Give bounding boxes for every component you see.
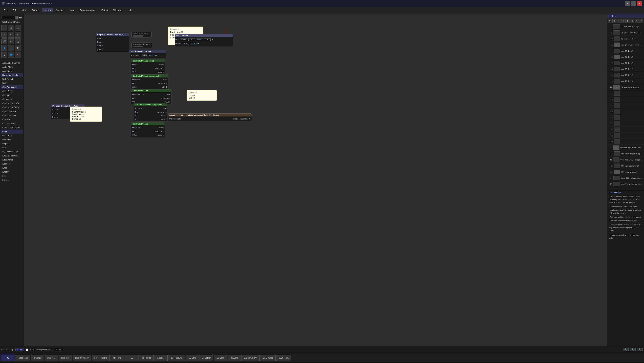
effect-desaturate[interactable]: Desaturate — [1, 134, 23, 138]
np4-list-item[interactable]: 11 ▣ Q4 A prussian druggist, oy.mp4 — [607, 84, 644, 90]
icon-triangle[interactable]: △ — [15, 25, 21, 31]
set-global-script-node[interactable]: Set Global Values script script name 1 v… — [131, 59, 165, 74]
np4s-close-btn[interactable]: ✕ — [608, 19, 612, 23]
effect-buffer[interactable]: Buffer — [1, 81, 23, 85]
scene-tab[interactable]: 09 Anna — [228, 354, 241, 361]
np4-list-item[interactable]: 12 — [607, 90, 644, 96]
projector-node-1[interactable]: Projector Controls User Actor trig in tr… — [96, 33, 129, 52]
scene-tab[interactable]: 04 - naked — [139, 354, 154, 361]
np4-list-item[interactable]: 25 ▣ 006_intro_end.mp4 — [607, 169, 644, 175]
effect-chopper[interactable]: Chopper — [1, 93, 23, 97]
menu-scenes[interactable]: Scenes — [30, 8, 41, 12]
np4s-prev-btn[interactable]: ◀ — [621, 19, 626, 23]
effect-calc-brightness[interactable]: Calc Brightness — [1, 85, 23, 89]
effect-freeze[interactable]: Freeze — [1, 178, 23, 182]
np4-list-item[interactable]: 18 — [607, 127, 644, 133]
effect-color-to-rgba[interactable]: Color To RGBA — [1, 113, 23, 118]
scene-tab[interactable]: 08 Sam — [214, 354, 227, 361]
scene-tab[interactable]: 06 Sam — [186, 354, 199, 361]
np4-list-item[interactable]: 2 01_white_shirt_lunge_1.mp4 — [607, 30, 644, 36]
effect-explode[interactable]: Explode — [1, 162, 23, 166]
icon-camera[interactable]: 📷 — [15, 38, 21, 44]
np4-list-item[interactable]: 22 000_intro_entrance.mp4 — [607, 151, 644, 157]
effect-background-color[interactable]: Background Color — [1, 73, 23, 77]
np4-list-item[interactable]: 17 — [607, 121, 644, 127]
np4s-plus-btn[interactable]: ⊕ — [630, 19, 634, 23]
effect-dots[interactable]: Dots — [1, 146, 23, 150]
text-surtitle-node[interactable]: text from file to surtitle 0 value1 vide… — [129, 50, 166, 58]
maximize-button[interactable]: □ — [631, 1, 636, 6]
toolbar-close-btn[interactable]: ✕ — [16, 16, 18, 20]
np4-list-item[interactable]: 20 — [607, 139, 644, 145]
menu-communications[interactable]: Communications — [78, 8, 98, 12]
toolbar-search-input[interactable] — [1, 16, 15, 19]
fade-out-value[interactable]: 0 Sec — [16, 348, 24, 351]
osc-listener-node[interactable]: OSC Listener 1 channel OK 1 value 0 floa… — [175, 34, 234, 46]
np4s-menu-btn[interactable]: ≡ — [639, 19, 643, 23]
fade-checkbox[interactable] — [26, 348, 28, 351]
effect-eyes[interactable]: Eyes — [1, 166, 23, 170]
np4s-next-btn[interactable]: ▶ — [626, 19, 630, 23]
np4-list-item[interactable]: 6 ▣ cue 45_1.mp4 — [607, 54, 644, 60]
scene-tab[interactable]: 01 — [1, 354, 14, 361]
np4-list-item[interactable]: 15 — [607, 108, 644, 114]
scene-counter-macro[interactable]: scene counter macro — [132, 43, 152, 48]
scene-tab[interactable]: enttec send — [15, 354, 30, 361]
np4-list-item[interactable]: 27 cue 37 onwards-no_line.mp4 — [607, 181, 644, 187]
np4-list-item[interactable]: 1 00_red_sleeve_lunge_1.mp4 — [607, 24, 644, 30]
menu-edit[interactable]: Edit — [10, 8, 19, 12]
effect-alpha-mask[interactable]: Alpha Mask — [1, 65, 23, 69]
menu-input[interactable]: Input — [67, 8, 77, 12]
close-button[interactable]: ✕ — [637, 1, 642, 6]
np4-list-item[interactable]: 19 — [607, 133, 644, 139]
np4-list-item[interactable]: 14 — [607, 102, 644, 108]
icon-wave[interactable]: ∿ — [8, 38, 14, 44]
np4-list-item[interactable]: 23 002_intro_what's this project about — [607, 157, 644, 163]
set-global-surtitle-node[interactable]: Set Global Values surtitlesonoff name 1 … — [131, 89, 172, 104]
effect-cpu-gpu[interactable]: CPU To GPU Video — [1, 126, 23, 130]
canvas-area[interactable]: Projector Controls User Actor trig in tr… — [24, 14, 607, 346]
effect-color-to-hsba[interactable]: Color To HSBA — [1, 109, 23, 113]
np4-list-item[interactable]: 8 cue 47_1.mp4 — [607, 66, 644, 72]
np4-list-item[interactable]: 10 cue 49_1.mp4 — [607, 78, 644, 84]
scene-tab[interactable]: Q3.4 Jenny — [276, 354, 291, 361]
np4s-grid-btn[interactable]: ⊞ — [612, 19, 617, 23]
crashproof-node[interactable]: crashproof - insert in first scene Autom… — [168, 113, 252, 121]
np4-list-item[interactable]: 16 — [607, 114, 644, 121]
menu-help[interactable]: Help — [125, 8, 134, 12]
effect-difference[interactable]: Difference — [1, 138, 23, 142]
np4-list-item[interactable]: 24 003_referendum.mp4 — [607, 163, 644, 169]
np4-list-item[interactable]: 13 — [607, 96, 644, 102]
menu-file[interactable]: File — [1, 8, 10, 12]
scene-tab[interactable]: Q3.3 Jacob — [260, 354, 276, 361]
effect-chroma-key[interactable]: Chroma Key — [1, 97, 23, 101]
zoom-reset-btn[interactable]: 🔍 — [637, 348, 643, 351]
np4-list-item[interactable]: 21 ▣ Q33 though we really rather she ha — [607, 145, 644, 151]
effect-flip[interactable]: Flip — [1, 174, 23, 178]
scene-tab[interactable]: 3.2 Sam Kishn — [242, 354, 260, 361]
icon-fg[interactable]: fg! — [8, 32, 14, 38]
effect-chop-pixels[interactable]: Chop Pixels — [1, 89, 23, 93]
menu-controls[interactable]: Controls — [54, 8, 66, 12]
effect-eyes-pp[interactable]: Eyes++ — [1, 170, 23, 174]
effect-colorizer[interactable]: Colorizer — [1, 118, 23, 122]
np4s-add-btn[interactable]: + — [617, 19, 621, 23]
effect-edge-blend[interactable]: Edge Blend Mask — [1, 154, 23, 158]
icon-square[interactable]: □ — [1, 25, 8, 31]
scene-tab[interactable]: 5_04_referenc — [92, 354, 110, 361]
effect-color-maker-hsba[interactable]: Color Maker HSBA — [1, 101, 23, 105]
icon-speaker[interactable]: 🔊 — [1, 38, 8, 44]
minimize-button[interactable]: ─ — [625, 1, 630, 6]
menu-output[interactable]: Output — [99, 8, 110, 12]
next-fade-value[interactable]: 0 Sec — [54, 348, 63, 351]
np4-list-item[interactable]: 4 ▣ cue 37 onwards_1.mp4 — [607, 42, 644, 48]
icon-ff[interactable]: ff — [15, 32, 21, 38]
menu-windows[interactable]: Windows — [111, 8, 124, 12]
icon-diamond[interactable]: ◇ — [8, 25, 14, 31]
zoom-in-btn[interactable]: 🔍 — [623, 348, 628, 351]
effect-color-maker-rgba[interactable]: Color Maker RGBA — [1, 105, 23, 109]
icon-css[interactable]: CSS — [1, 32, 8, 38]
icon-gear[interactable]: ⚙ — [15, 45, 21, 51]
icon-heart[interactable]: ♥ — [15, 52, 21, 58]
set-global-scene-node[interactable]: Set Global Values scene number scenen na… — [131, 74, 168, 89]
